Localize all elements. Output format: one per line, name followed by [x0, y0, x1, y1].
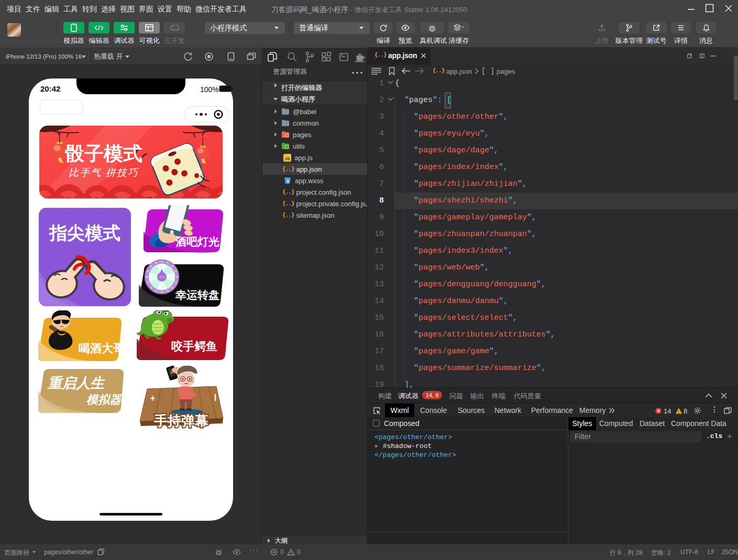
- svg-text:喝酒大哥: 喝酒大哥: [79, 342, 125, 355]
- svg-text:模拟器: 模拟器: [86, 393, 122, 406]
- svg-text:手持弹幕: 手持弹幕: [154, 413, 208, 429]
- svg-text:14: 14: [664, 407, 671, 415]
- svg-text:JS: JS: [285, 156, 290, 161]
- svg-text:8: 8: [684, 407, 687, 415]
- svg-text:指尖模式: 指尖模式: [49, 223, 120, 243]
- svg-text:3: 3: [287, 178, 289, 183]
- svg-text:幸运转盘: 幸运转盘: [175, 289, 219, 301]
- svg-text:比手气 拼技巧: 比手气 拼技巧: [69, 167, 139, 178]
- svg-text:GO: GO: [159, 275, 165, 279]
- svg-text:酒吧灯光: 酒吧灯光: [175, 236, 219, 248]
- svg-text:重启人生: 重启人生: [47, 375, 105, 391]
- svg-text:咬手鳄鱼: 咬手鳄鱼: [171, 340, 217, 353]
- svg-text:骰子模式: 骰子模式: [65, 143, 142, 164]
- svg-text:!: !: [678, 410, 679, 415]
